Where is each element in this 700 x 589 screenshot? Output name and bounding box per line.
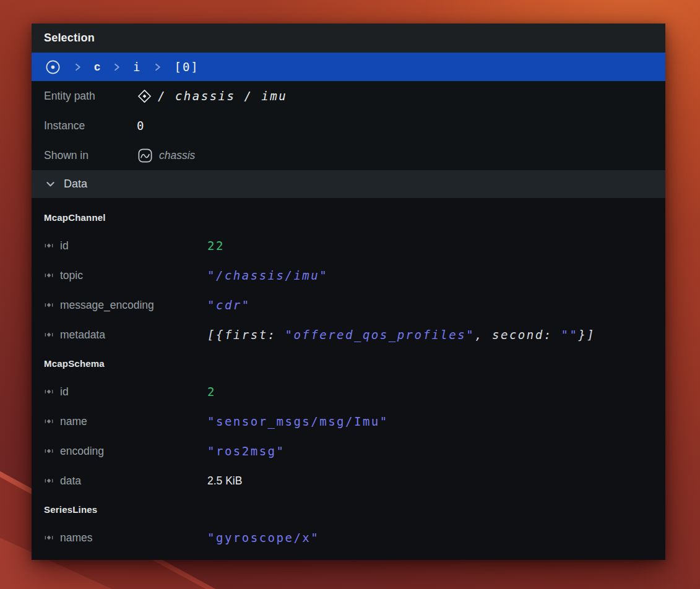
- component-value: 2.5 KiB: [207, 475, 665, 488]
- component-icon: [44, 241, 54, 251]
- data-section-body: McapChannel id 22 topic "/chassis/imu": [32, 198, 665, 560]
- data-section-header[interactable]: Data: [32, 170, 665, 198]
- breadcrumb-item-instance-0[interactable]: [0]: [174, 60, 199, 74]
- archetype-label-mcapschema: McapSchema: [32, 350, 665, 377]
- entity-path-label: Entity path: [44, 90, 137, 103]
- component-icon: [44, 270, 54, 280]
- instance-value: 0: [137, 119, 145, 132]
- chevron-down-icon: [45, 179, 56, 189]
- component-row-encoding: encoding "ros2msg": [32, 436, 665, 466]
- component-icon: [44, 416, 54, 426]
- panel-titlebar: Selection: [32, 24, 665, 53]
- component-icon: [44, 300, 54, 310]
- component-value: 22: [207, 239, 665, 252]
- component-label: message_encoding: [60, 299, 154, 312]
- component-label: name: [60, 415, 87, 428]
- component-icon: [44, 330, 54, 340]
- component-icon: [44, 476, 54, 486]
- component-row-names: names "gyroscope/x": [32, 523, 665, 552]
- component-row-id: id 22: [32, 231, 665, 260]
- component-value: "gyroscope/x": [207, 531, 665, 544]
- breadcrumb-item-chassis[interactable]: c: [94, 61, 100, 74]
- entity-path-row: Entity path / chassis / imu: [32, 81, 665, 111]
- component-label: encoding: [60, 445, 104, 458]
- component-label: names: [60, 531, 93, 544]
- archetype-label-serieslines: SeriesLines: [32, 496, 665, 523]
- chevron-right-icon: [73, 62, 82, 72]
- timeseries-view-icon: [137, 147, 153, 164]
- component-row-metadata: metadata [{first: "offered_qos_profiles"…: [32, 320, 665, 350]
- component-row-message-encoding: message_encoding "cdr": [32, 290, 665, 320]
- selection-info: Entity path / chassis / imu Instance 0 S…: [32, 81, 665, 170]
- component-row-data: data 2.5 KiB: [32, 466, 665, 496]
- entity-icon: [137, 88, 152, 104]
- breadcrumb-item-imu[interactable]: i: [133, 60, 141, 74]
- data-section-title: Data: [64, 178, 87, 191]
- component-label: metadata: [60, 329, 105, 342]
- entity-path-value[interactable]: / chassis / imu: [158, 89, 287, 103]
- component-label: id: [60, 239, 69, 252]
- component-icon: [44, 387, 54, 397]
- shown-in-row: Shown in chassis: [32, 140, 665, 170]
- chevron-right-icon: [112, 62, 121, 72]
- component-value: 2: [207, 385, 665, 398]
- metadata-syntax: , second:: [475, 328, 561, 342]
- component-row-id: id 2: [32, 377, 665, 406]
- component-value: "/chassis/imu": [207, 269, 665, 282]
- component-label: id: [60, 385, 69, 398]
- metadata-syntax: [{first:: [207, 328, 285, 342]
- component-icon: [44, 446, 54, 456]
- metadata-syntax: }]: [578, 328, 595, 342]
- component-value: [{first: "offered_qos_profiles", second:…: [207, 328, 665, 342]
- component-value: "cdr": [207, 298, 665, 312]
- recording-origin-icon[interactable]: [45, 59, 61, 75]
- component-icon: [44, 533, 54, 543]
- panel-title: Selection: [44, 32, 95, 45]
- shown-in-view-link[interactable]: chassis: [159, 149, 195, 162]
- component-label: topic: [60, 269, 83, 282]
- instance-label: Instance: [44, 119, 137, 132]
- component-value: "sensor_msgs/msg/Imu": [207, 415, 665, 428]
- component-label: data: [60, 475, 81, 488]
- metadata-string: "": [561, 328, 579, 342]
- metadata-string: "offered_qos_profiles": [285, 328, 475, 342]
- selection-panel: Selection c i [0] Entity path / chassis …: [32, 24, 665, 560]
- component-row-name: name "sensor_msgs/msg/Imu": [32, 406, 665, 436]
- chevron-right-icon: [153, 62, 162, 72]
- component-row-topic: topic "/chassis/imu": [32, 260, 665, 290]
- shown-in-label: Shown in: [44, 149, 137, 162]
- breadcrumb: c i [0]: [32, 53, 665, 81]
- component-value: "ros2msg": [207, 444, 665, 458]
- instance-row: Instance 0: [32, 111, 665, 140]
- archetype-label-mcapchannel: McapChannel: [32, 204, 665, 231]
